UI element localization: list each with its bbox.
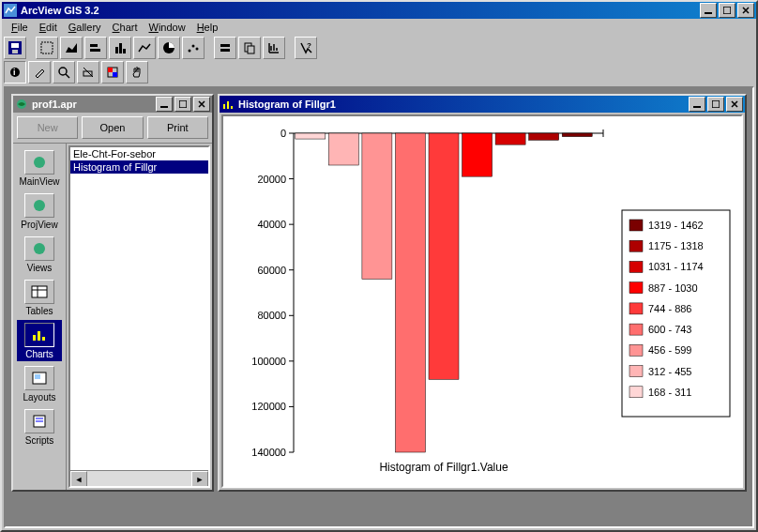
app-minimize-button[interactable] (700, 3, 717, 18)
svg-rect-29 (113, 72, 117, 77)
project-icon (15, 98, 28, 111)
project-print-button[interactable]: Print (147, 116, 208, 139)
project-minimize-button[interactable] (156, 97, 173, 112)
svg-rect-78 (562, 133, 592, 137)
erase-tool[interactable] (77, 61, 99, 84)
locate-tool[interactable] (53, 61, 75, 84)
list-item[interactable]: Ele-Cht-For-sebor (70, 147, 208, 160)
svg-point-35 (34, 243, 45, 254)
svg-rect-77 (529, 133, 559, 140)
hand-tool[interactable] (126, 61, 148, 84)
svg-rect-82 (629, 220, 643, 231)
svg-rect-11 (123, 49, 126, 53)
project-maximize-button[interactable] (174, 97, 191, 112)
svg-text:1031 - 1174: 1031 - 1174 (648, 261, 704, 272)
chart-close-button[interactable] (726, 97, 743, 112)
edit-tool[interactable] (28, 61, 51, 84)
project-new-button[interactable]: New (17, 116, 78, 139)
svg-rect-73 (395, 133, 425, 452)
properties-button[interactable] (36, 37, 58, 59)
svg-point-15 (196, 48, 199, 51)
menu-chart[interactable]: Chart (107, 20, 144, 35)
svg-rect-19 (248, 46, 254, 53)
svg-rect-88 (629, 282, 643, 294)
svg-rect-2 (723, 7, 731, 14)
horizontal-scrollbar[interactable]: ◄ ► (70, 470, 208, 486)
app-close-button[interactable] (737, 3, 754, 18)
svg-text:40000: 40000 (257, 219, 286, 230)
cat-projview[interactable]: ProjView (17, 190, 62, 232)
menu-edit[interactable]: Edit (34, 20, 63, 35)
svg-rect-50 (693, 106, 701, 108)
svg-rect-5 (12, 50, 18, 53)
project-item-list[interactable]: Ele-Cht-For-sebor Histogram of Fillgr ◄ … (68, 145, 210, 488)
find-button[interactable] (238, 37, 261, 59)
chart-minimize-button[interactable] (689, 97, 705, 112)
line-chart-button[interactable] (133, 37, 156, 59)
svg-text:1175 - 1318: 1175 - 1318 (648, 240, 704, 251)
chart-window-title: Histogram of Fillgr1 (238, 99, 336, 110)
scroll-left-button[interactable]: ◄ (70, 471, 87, 487)
undo-button[interactable] (214, 37, 236, 59)
svg-rect-10 (119, 43, 122, 53)
help-button[interactable]: ? (295, 37, 317, 59)
svg-text:i: i (13, 68, 16, 77)
svg-point-33 (34, 157, 45, 168)
scatter-chart-button[interactable] (182, 37, 205, 59)
project-close-button[interactable] (193, 97, 210, 112)
svg-text:168 - 311: 168 - 311 (648, 387, 691, 398)
cat-tables[interactable]: Tables (17, 277, 62, 318)
svg-text:60000: 60000 (257, 265, 286, 276)
toolbar-tools: i (2, 60, 756, 84)
svg-point-14 (192, 45, 195, 48)
identify-tool[interactable]: i (4, 61, 26, 84)
column-chart-button[interactable] (109, 37, 131, 59)
area-chart-button[interactable] (60, 37, 83, 59)
svg-rect-16 (220, 44, 230, 47)
cat-layouts[interactable]: Layouts (17, 363, 62, 404)
svg-text:100000: 100000 (251, 356, 286, 367)
chart-maximize-button[interactable] (707, 97, 724, 112)
svg-rect-8 (90, 49, 100, 52)
project-open-button[interactable]: Open (82, 116, 143, 139)
series-button[interactable] (263, 37, 285, 59)
svg-rect-48 (227, 101, 229, 109)
pie-chart-button[interactable] (158, 37, 180, 59)
cat-charts[interactable]: Charts (17, 320, 62, 361)
bar-chart-button[interactable] (84, 37, 107, 59)
cat-views[interactable]: Views (17, 234, 62, 275)
svg-rect-9 (115, 47, 118, 53)
list-item[interactable]: Histogram of Fillgr (70, 160, 208, 174)
save-button[interactable] (4, 37, 26, 59)
toolbar-main: ? (2, 36, 756, 60)
scroll-right-button[interactable]: ► (191, 471, 208, 487)
chart-icon (221, 98, 235, 111)
menu-help[interactable]: Help (191, 20, 224, 35)
svg-rect-86 (629, 261, 643, 272)
cat-scripts[interactable]: Scripts (17, 406, 62, 448)
menu-window[interactable]: Window (144, 20, 191, 35)
svg-rect-17 (220, 49, 230, 52)
svg-point-23 (59, 68, 67, 75)
app-maximize-button[interactable] (719, 3, 735, 18)
svg-text:Histogram of Fillgr1.Value: Histogram of Fillgr1.Value (379, 461, 508, 474)
svg-rect-72 (362, 133, 392, 279)
svg-rect-90 (629, 303, 643, 314)
svg-line-24 (66, 74, 69, 78)
svg-rect-96 (629, 366, 643, 377)
menu-file[interactable]: File (6, 20, 34, 35)
palette-tool[interactable] (101, 61, 124, 84)
menu-gallery[interactable]: Gallery (63, 20, 107, 35)
cat-mainview[interactable]: MainView (17, 147, 62, 189)
svg-point-13 (189, 50, 191, 53)
svg-text:?: ? (307, 41, 311, 50)
svg-rect-71 (328, 133, 358, 165)
svg-rect-36 (32, 286, 47, 297)
svg-rect-49 (231, 106, 233, 109)
svg-text:312 - 455: 312 - 455 (648, 366, 691, 377)
app-icon (4, 4, 17, 17)
svg-text:744 - 886: 744 - 886 (648, 303, 691, 314)
chart-window: Histogram of Fillgr1 0200004000060000800… (218, 94, 747, 492)
svg-rect-1 (705, 12, 712, 14)
svg-text:20000: 20000 (257, 174, 286, 185)
